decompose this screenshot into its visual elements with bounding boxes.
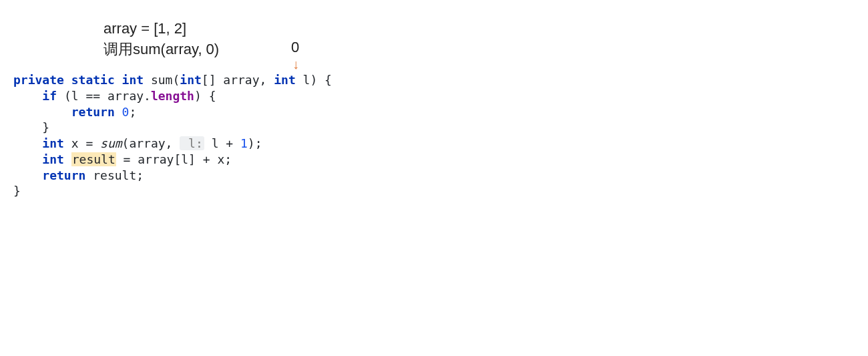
assign-x: x = xyxy=(64,136,100,150)
param-array: array, xyxy=(216,73,274,87)
indent-guide xyxy=(13,136,42,150)
keyword-int-return: int xyxy=(122,73,144,87)
property-length: length xyxy=(151,89,194,103)
keyword-int-l: int xyxy=(274,73,296,87)
paren-open: ( xyxy=(172,73,180,87)
keyword-private: private xyxy=(13,73,64,87)
call-close: ); xyxy=(248,136,262,150)
indent-guide xyxy=(13,120,42,134)
indent-guide xyxy=(13,105,71,119)
function-name-decl: sum xyxy=(151,73,173,87)
space xyxy=(64,152,71,166)
assign-result: = array[l] + x; xyxy=(116,152,232,166)
keyword-return-1: return xyxy=(71,105,115,119)
condition-open: (l == array. xyxy=(57,89,151,103)
code-block: private static int sum(int[] array, int … xyxy=(13,72,332,199)
down-arrow-icon: ↓ xyxy=(292,57,299,71)
expr-l: l + xyxy=(204,136,240,150)
literal-one: 1 xyxy=(240,136,248,150)
highlighted-result: result xyxy=(71,152,116,166)
indent-guide xyxy=(13,89,42,103)
function-call-sum: sum xyxy=(100,136,122,150)
keyword-static: static xyxy=(71,73,115,87)
brace-close-fn: } xyxy=(13,184,21,198)
call-open: (array, xyxy=(122,136,180,150)
indent-guide xyxy=(13,152,42,166)
keyword-return-2: return xyxy=(42,168,85,182)
brace-close-if: } xyxy=(42,120,49,134)
annotation-zero-label: 0 xyxy=(291,39,299,56)
annotation-block: array = [1, 2] 调用sum(array, 0) xyxy=(103,19,219,60)
keyword-int-x: int xyxy=(42,136,64,150)
array-brackets: [] xyxy=(202,73,216,87)
return-expr: result; xyxy=(85,168,144,182)
semicolon: ; xyxy=(129,105,136,119)
keyword-int-result: int xyxy=(42,152,64,166)
parameter-hint-l: l: xyxy=(180,136,204,150)
keyword-if: if xyxy=(42,89,57,103)
param-l-close: l) { xyxy=(296,73,332,87)
indent-guide xyxy=(13,168,42,182)
annotation-line-2: 调用sum(array, 0) xyxy=(103,39,219,60)
literal-zero: 0 xyxy=(115,105,130,119)
keyword-int-array: int xyxy=(180,73,202,87)
condition-close: ) { xyxy=(194,89,216,103)
annotation-line-1: array = [1, 2] xyxy=(103,19,219,39)
